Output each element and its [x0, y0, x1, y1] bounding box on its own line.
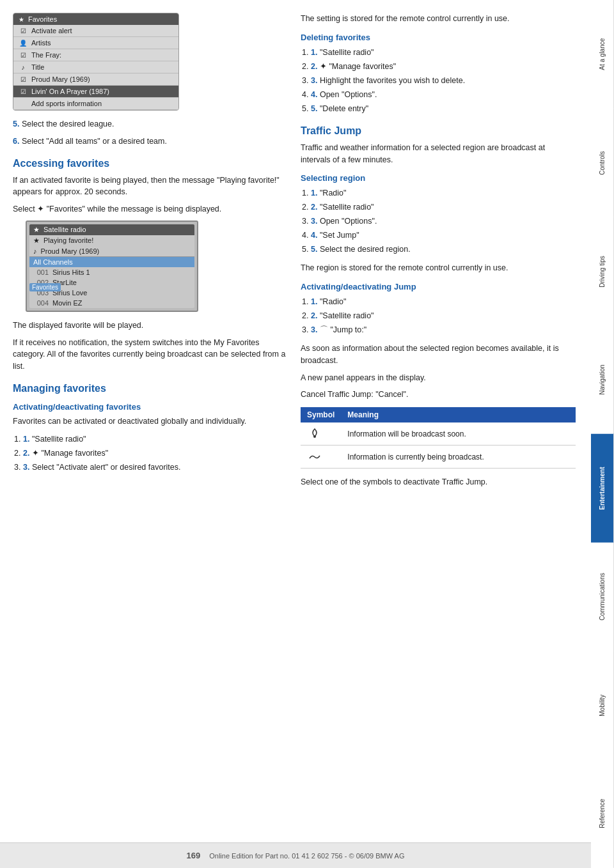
step-num: 1.: [23, 435, 29, 444]
del-step1: 1. "Satellite radio": [311, 46, 576, 59]
row-icon: ☑: [19, 88, 28, 95]
symbol-cell: [301, 446, 341, 469]
channel-name: Sirius Hits 1: [52, 268, 90, 276]
broadcast-soon-icon: [307, 426, 322, 439]
step-text: "Satellite radio": [320, 203, 374, 212]
table-row: Information is currently being broadcast…: [301, 446, 576, 469]
step-num: 2.: [311, 203, 317, 212]
step5-text: 5. Select the desired league.: [13, 118, 288, 130]
screen2-section-row: All Channels: [29, 257, 194, 267]
act-step1: 1. "Radio": [311, 295, 576, 308]
step-num: 2.: [311, 62, 317, 71]
step-text: "Satellite radio": [32, 435, 86, 444]
accessing-favorites-heading: Accessing favorites: [13, 158, 288, 169]
accessing-para2: Select ✦ "Favorites" while the message i…: [13, 203, 288, 215]
channel-num: 004: [33, 299, 49, 307]
step-text: Open "Options".: [320, 90, 377, 99]
region-stored-para: The region is stored for the remote cont…: [301, 262, 576, 274]
row-text: The Fray:: [31, 51, 61, 59]
footer-copyright: Online Edition for Part no. 01 41 2 602 …: [209, 852, 404, 860]
notification-para: If it receives no notification, the syst…: [13, 337, 288, 373]
favorites-label: Favorites: [29, 283, 61, 291]
step-text: "Satellite radio": [320, 311, 374, 320]
step-num: 4.: [311, 90, 317, 99]
row-icon: ♪: [19, 64, 28, 71]
step-text: ⌒ "Jump to:": [320, 325, 366, 334]
displayed-para: The displayed favorite will be played.: [13, 320, 288, 332]
screen-row: ☑ Activate alert: [13, 25, 178, 37]
sidebar-tab-controls[interactable]: Controls: [591, 109, 614, 217]
row-icon: ☑: [19, 27, 28, 35]
screen-row: Add sports information: [13, 98, 178, 110]
act-step3: 3. ⌒ "Jump to:": [311, 323, 576, 336]
step-num: 4.: [311, 231, 317, 240]
managing-step2: 2. ✦ "Manage favorites": [23, 447, 288, 460]
accessing-para1: If an activated favorite is being played…: [13, 174, 288, 199]
screen2-row: ★ Playing favorite!: [29, 235, 194, 246]
screen-row: ☑ Proud Mary (1969): [13, 74, 178, 86]
row-text: Artists: [31, 39, 51, 47]
act-step2: 2. "Satellite radio": [311, 309, 576, 322]
sidebar-tab-at-glance[interactable]: At a glance: [591, 0, 614, 109]
sidebar-tab-communications[interactable]: Communications: [591, 543, 614, 651]
symbol-col-header: Symbol: [301, 407, 341, 422]
step-text: Select "Activate alert" or desired favor…: [32, 463, 181, 472]
satellite-screen-outer: ★ Satellite radio ★ Playing favorite! ♪ …: [26, 221, 288, 312]
row-text: Add sports information: [31, 100, 102, 107]
step-text: ✦ "Manage favorites": [320, 62, 396, 71]
row-text2: Proud Mary (1969): [41, 247, 100, 255]
channel-row: 004 Movin EZ: [29, 298, 194, 308]
step-num: 1.: [311, 48, 317, 57]
row-icon: ☑: [19, 76, 28, 83]
managing-step3: 3. Select "Activate alert" or desired fa…: [23, 461, 288, 474]
step5-num: 5.: [13, 120, 19, 128]
broadcast-now-icon: [307, 449, 322, 462]
row-icon: 👤: [19, 40, 28, 47]
setting-para: The setting is stored for the remote con…: [301, 13, 576, 25]
managing-step1: 1. "Satellite radio": [23, 433, 288, 446]
sidebar-tab-mobility[interactable]: Mobility: [591, 651, 614, 760]
step-num: 3.: [311, 217, 317, 226]
activating-deactivating-heading: Activating/deactivating favorites: [13, 402, 288, 412]
step-text: Open "Options".: [320, 217, 377, 226]
traffic-jump-para: Traffic and weather information for a se…: [301, 142, 576, 166]
meaning-cell: Information is currently being broadcast…: [341, 446, 576, 469]
sel-step4: 4. "Set Jump": [311, 229, 576, 242]
screen-row: 👤 Artists: [13, 37, 178, 49]
step-text: "Satellite radio": [320, 48, 374, 57]
sel-step3: 3. Open "Options".: [311, 215, 576, 228]
row-text: Activate alert: [31, 27, 72, 35]
main-content: ★ Favorites ☑ Activate alert 👤 Artists ☑…: [0, 0, 591, 868]
step-text: "Radio": [320, 189, 347, 198]
page-container: ★ Favorites ☑ Activate alert 👤 Artists ☑…: [0, 0, 614, 868]
managing-steps-list: 1. "Satellite radio" 2. ✦ "Manage favori…: [23, 433, 288, 474]
selecting-region-heading: Selecting region: [301, 173, 576, 183]
screen2-title: Satellite radio: [43, 226, 86, 233]
sidebar-tab-navigation[interactable]: Navigation: [591, 325, 614, 434]
page-number: 169: [187, 851, 201, 860]
symbol-cell: [301, 422, 341, 446]
table-row: Information will be broadcast soon.: [301, 422, 576, 446]
sidebar-tab-driving[interactable]: Driving tips: [591, 217, 614, 326]
svg-point-0: [313, 435, 316, 438]
step-num: 2.: [311, 311, 317, 320]
deleting-favorites-heading: Deleting favorites: [301, 33, 576, 42]
sidebar-tab-entertainment[interactable]: Entertainment: [591, 434, 614, 543]
meaning-cell: Information will be broadcast soon.: [341, 422, 576, 446]
activating-jump-heading: Activating/deactivating Jump: [301, 282, 576, 291]
symbol-table: Symbol Meaning Information will be broad…: [301, 407, 576, 469]
traffic-jump-heading: Traffic Jump: [301, 125, 576, 137]
row-icon2: ★: [33, 236, 40, 245]
row-icon2: ♪: [33, 247, 37, 255]
deleting-steps-list: 1. "Satellite radio" 2. ✦ "Manage favori…: [311, 46, 576, 115]
screen-title: Favorites: [28, 15, 57, 23]
footer-bar: 169 Online Edition for Part no. 01 41 2 …: [0, 842, 591, 868]
satellite-screen: ★ Satellite radio ★ Playing favorite! ♪ …: [26, 221, 198, 312]
step-text: "Set Jump": [320, 231, 359, 240]
step-num: 2.: [23, 449, 29, 458]
del-step5: 5. "Delete entry": [311, 102, 576, 115]
left-column: ★ Favorites ☑ Activate alert 👤 Artists ☑…: [13, 13, 288, 855]
right-column: The setting is stored for the remote con…: [301, 13, 576, 855]
sidebar-tab-reference[interactable]: Reference: [591, 759, 614, 868]
channel-num: 001: [33, 268, 49, 276]
